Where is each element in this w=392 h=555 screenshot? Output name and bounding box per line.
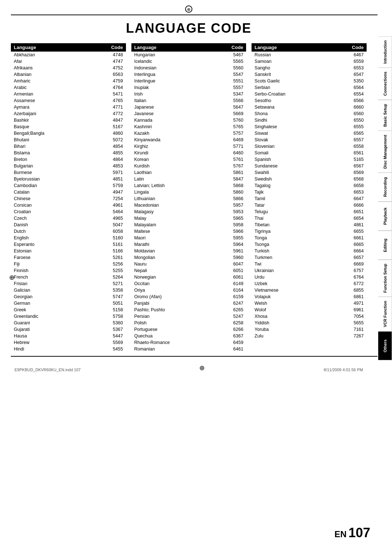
language-cell: Volapuk: [252, 293, 347, 300]
lang-table-1: Language Code Abkhazian4748Afar4747Afrik…: [11, 43, 126, 352]
language-cell: Tatar: [252, 202, 347, 208]
sidebar-tab-vcr-function[interactable]: VCR Function: [378, 297, 392, 331]
bottom-center-reg-mark: ⊕: [199, 364, 205, 372]
language-cell: Mongolian: [131, 254, 226, 261]
language-cell: Japanese: [131, 104, 226, 110]
table-row: Italian5566: [131, 97, 246, 104]
page-number: 107: [348, 525, 370, 540]
language-cell: Malay: [131, 215, 226, 222]
language-cell: Tigrinya: [252, 228, 347, 235]
sidebar-tab-connections[interactable]: Connections: [378, 68, 392, 100]
language-cell: Kurdish: [131, 163, 226, 169]
language-cell: Breton: [11, 156, 106, 163]
code-cell: 5367: [106, 326, 126, 333]
language-cell: Oromo (Afan): [131, 293, 226, 300]
language-cell: Bhutani: [11, 137, 106, 143]
language-cell: Kazakh: [131, 130, 226, 137]
table-row: Oriya6164: [131, 287, 246, 293]
code-cell: 6553: [347, 65, 367, 71]
table-row: Cambodian5759: [11, 182, 126, 189]
table-row: Czech4965: [11, 215, 126, 222]
code-cell: 6266: [226, 326, 246, 333]
sidebar-tab-others[interactable]: Others: [378, 331, 392, 360]
code-cell: 5557: [226, 84, 246, 91]
table-row: Byelorussian4851: [11, 176, 126, 182]
table-row: Corsican4961: [11, 202, 126, 208]
code-cell: 6564: [347, 84, 367, 91]
table-row: Samoan6559: [252, 58, 367, 65]
language-cell: Assamese: [11, 97, 106, 104]
header-reg-mark: ⊕: [0, 0, 377, 15]
language-cell: Sundanese: [252, 163, 347, 169]
language-cell: Catalan: [11, 189, 106, 195]
code-cell: 6258: [226, 320, 246, 326]
sidebar-tab-disc-management[interactable]: Disc Management: [378, 131, 392, 173]
language-cell: Indonesian: [131, 65, 226, 71]
language-cell: Cambodian: [11, 182, 106, 189]
code-cell: 5647: [226, 104, 246, 110]
language-cell: Greek: [11, 307, 106, 313]
table-row: Latin5847: [131, 176, 246, 182]
code-cell: 6265: [226, 307, 246, 313]
sidebar-tabs: Introduction Connections Basic Setup Dis…: [378, 36, 392, 360]
table-row: Tigrinya6655: [252, 228, 367, 235]
code-cell: 4748: [106, 52, 126, 58]
table-row: Zulu7267: [252, 333, 367, 339]
table-row: Japanese5647: [131, 104, 246, 110]
language-cell: Setswana: [252, 104, 347, 110]
page-number-area: EN 107: [335, 525, 370, 540]
code-cell: 5256: [106, 261, 126, 267]
code-cell: 6159: [226, 293, 246, 300]
language-cell: Swedish: [252, 176, 347, 182]
code-cell: 5072: [106, 137, 126, 143]
table-row: Romanian6461: [131, 346, 246, 352]
code-cell: 5953: [226, 208, 246, 215]
table-row: Abkhazian4748: [11, 52, 126, 58]
table-row: Hausa5447: [11, 333, 126, 339]
code-cell: 5566: [226, 97, 246, 104]
table-row: Basque5167: [11, 123, 126, 130]
code-cell: 4971: [347, 300, 367, 307]
table-row: Marathi5964: [131, 241, 246, 248]
language-cell: Yoruba: [252, 326, 347, 333]
language-cell: Croatian: [11, 208, 106, 215]
table-row: Setswana6660: [252, 104, 367, 110]
sidebar-tab-editing[interactable]: Editing: [378, 231, 392, 260]
sidebar-tab-playback[interactable]: Playback: [378, 202, 392, 231]
code-cell: 6658: [347, 182, 367, 189]
language-cell: Kannada: [131, 117, 226, 123]
table-row: Serbian6564: [252, 84, 367, 91]
sidebar-tab-recording[interactable]: Recording: [378, 173, 392, 202]
sidebar-tab-introduction[interactable]: Introduction: [378, 36, 392, 68]
table-row: Panjabi6247: [131, 300, 246, 307]
language-cell: Greenlandic: [11, 313, 106, 320]
table-row: Breton4864: [11, 156, 126, 163]
table-row: Xhosa7054: [252, 313, 367, 320]
code-cell: 5960: [226, 254, 246, 261]
language-cell: Afar: [11, 58, 106, 65]
table-row: Persian5247: [131, 313, 246, 320]
table-header-row-1: Language Code: [11, 43, 126, 52]
language-cell: Laothian: [131, 169, 226, 176]
language-cell: Marathi: [131, 241, 226, 248]
language-cell: Georgian: [11, 293, 106, 300]
code-cell: 5957: [226, 202, 246, 208]
code-cell: 6653: [347, 189, 367, 195]
table-row: Frisian5271: [11, 280, 126, 287]
table-row: Hindi5455: [11, 346, 126, 352]
code-cell: 5358: [106, 287, 126, 293]
code-cell: 6568: [347, 176, 367, 182]
code-cell: 5965: [226, 215, 246, 222]
language-cell: Serbian: [252, 84, 347, 91]
code-cell: 6567: [347, 163, 367, 169]
language-cell: Zulu: [252, 333, 347, 339]
code-cell: 5964: [226, 241, 246, 248]
code-cell: 6058: [106, 228, 126, 235]
language-cell: Shona: [252, 110, 347, 117]
sidebar-tab-function-setup[interactable]: Function Setup: [378, 260, 392, 297]
table-row: Kurdish5767: [131, 163, 246, 169]
sidebar-tab-basic-setup[interactable]: Basic Setup: [378, 100, 392, 131]
language-cell: Korean: [131, 156, 226, 163]
page-label: EN: [335, 529, 347, 539]
table-row: Afar4747: [11, 58, 126, 65]
